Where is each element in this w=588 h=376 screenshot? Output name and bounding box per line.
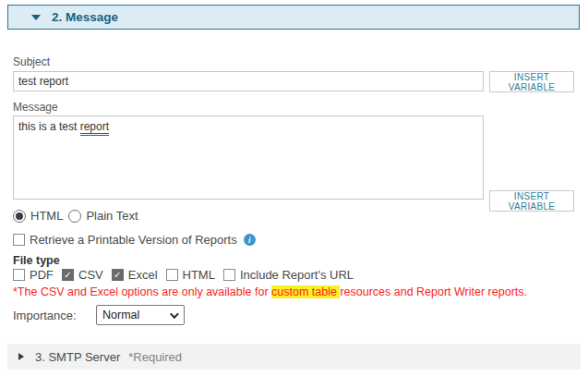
chevron-right-icon[interactable] xyxy=(18,353,24,360)
file-type-option: PDF xyxy=(13,268,54,282)
radio-plain-text[interactable] xyxy=(68,210,81,223)
section-header-message[interactable]: 2. Message xyxy=(7,5,580,30)
checkbox-html[interactable] xyxy=(166,269,178,281)
subject-label: Subject xyxy=(13,55,50,68)
email-report-settings-page: 2. Message Subject INSERT VARIABLE Messa… xyxy=(0,0,588,376)
message-textarea[interactable]: this is a test report xyxy=(13,115,484,200)
section-title-smtp: 3. SMTP Server xyxy=(35,350,120,364)
message-text: this is a test xyxy=(18,120,80,133)
importance-selected-value: Normal xyxy=(102,309,170,321)
warning-suffix: resources and Report Writer reports. xyxy=(340,285,527,298)
smtp-required-badge: *Required xyxy=(128,350,182,364)
printable-version-label[interactable]: Retrieve a Printable Version of Reports xyxy=(30,233,237,247)
file-type-option: Include Report's URL xyxy=(223,268,354,282)
info-icon[interactable]: i xyxy=(244,234,256,246)
importance-label: Importance: xyxy=(13,309,77,322)
checkbox-csv[interactable] xyxy=(62,269,74,281)
radio-html-label[interactable]: HTML xyxy=(30,209,63,223)
file-type-option: Excel xyxy=(112,268,158,282)
printable-version-checkbox[interactable] xyxy=(13,234,25,246)
csv-excel-warning: *The CSV and Excel options are only avai… xyxy=(13,285,527,298)
checkbox-excel-label[interactable]: Excel xyxy=(128,268,158,282)
file-type-options-row: PDF CSV Excel HTML Include Report's URL xyxy=(13,268,362,282)
importance-select[interactable]: Normal xyxy=(96,305,185,325)
file-type-option: HTML xyxy=(166,268,215,282)
chevron-down-icon[interactable] xyxy=(31,15,41,20)
file-type-label: File type xyxy=(13,254,60,267)
printable-version-row: Retrieve a Printable Version of Reports … xyxy=(13,233,256,247)
warning-highlighted: custom table xyxy=(271,285,340,298)
checkbox-excel[interactable] xyxy=(112,269,124,281)
checkbox-pdf-label[interactable]: PDF xyxy=(30,268,54,282)
insert-variable-message-button[interactable]: INSERT VARIABLE xyxy=(489,190,574,212)
checkbox-include-report-url-label[interactable]: Include Report's URL xyxy=(240,268,354,282)
checkbox-csv-label[interactable]: CSV xyxy=(78,268,103,282)
radio-plain-text-label[interactable]: Plain Text xyxy=(86,209,138,223)
checkbox-pdf[interactable] xyxy=(13,269,25,281)
warning-prefix: *The CSV and Excel options are only avai… xyxy=(13,285,271,298)
message-label: Message xyxy=(13,101,58,114)
section-title-message: 2. Message xyxy=(52,10,118,24)
importance-row: Importance: Normal xyxy=(13,305,77,325)
checkbox-html-label[interactable]: HTML xyxy=(183,268,215,282)
file-type-option: CSV xyxy=(62,268,103,282)
checkbox-include-report-url[interactable] xyxy=(223,269,235,281)
chevron-down-icon xyxy=(170,309,179,319)
insert-variable-subject-button[interactable]: INSERT VARIABLE xyxy=(489,71,574,92)
subject-input[interactable] xyxy=(13,71,484,91)
message-spellcheck-word: report xyxy=(80,120,109,136)
section-header-smtp[interactable]: 3. SMTP Server *Required xyxy=(7,344,581,370)
radio-html[interactable] xyxy=(13,210,26,223)
format-radio-group: HTML Plain Text xyxy=(13,209,138,223)
